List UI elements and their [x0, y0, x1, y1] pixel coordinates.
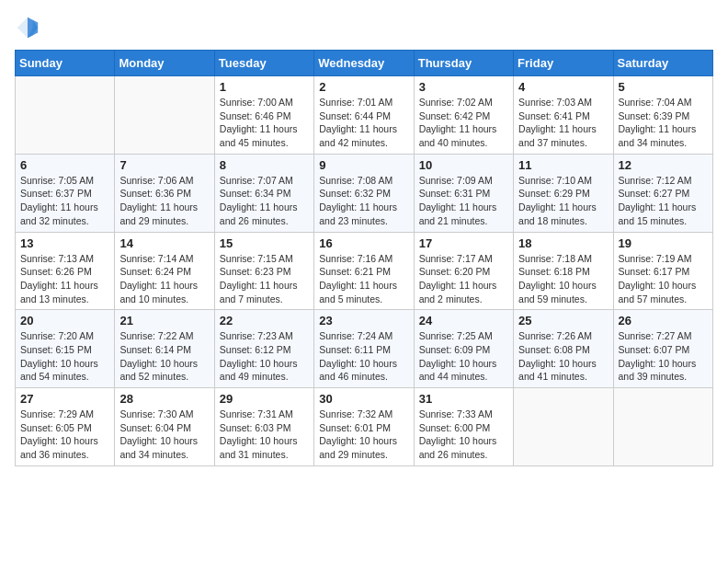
- day-number: 7: [119, 158, 209, 172]
- calendar-header-row: SundayMondayTuesdayWednesdayThursdayFrid…: [16, 51, 713, 76]
- calendar-cell: 13Sunrise: 7:13 AM Sunset: 6:26 PM Dayli…: [16, 232, 115, 310]
- calendar-cell: 31Sunrise: 7:33 AM Sunset: 6:00 PM Dayli…: [414, 388, 513, 466]
- day-number: 31: [419, 392, 508, 406]
- calendar-week-row: 27Sunrise: 7:29 AM Sunset: 6:05 PM Dayli…: [16, 388, 713, 466]
- day-info: Sunrise: 7:12 AM Sunset: 6:27 PM Dayligh…: [619, 174, 708, 228]
- calendar-cell: 23Sunrise: 7:24 AM Sunset: 6:11 PM Dayli…: [314, 310, 414, 388]
- calendar-cell: 14Sunrise: 7:14 AM Sunset: 6:24 PM Dayli…: [115, 232, 214, 310]
- day-number: 4: [518, 80, 608, 94]
- day-info: Sunrise: 7:06 AM Sunset: 6:36 PM Dayligh…: [119, 174, 209, 228]
- day-number: 19: [619, 236, 708, 250]
- calendar-week-row: 6Sunrise: 7:05 AM Sunset: 6:37 PM Daylig…: [16, 154, 713, 232]
- calendar-cell: 9Sunrise: 7:08 AM Sunset: 6:32 PM Daylig…: [314, 154, 414, 232]
- calendar-cell: 20Sunrise: 7:20 AM Sunset: 6:15 PM Dayli…: [16, 310, 115, 388]
- day-number: 13: [20, 236, 109, 250]
- calendar-header-friday: Friday: [514, 51, 613, 76]
- calendar-cell: 2Sunrise: 7:01 AM Sunset: 6:44 PM Daylig…: [314, 76, 414, 155]
- calendar-cell: 11Sunrise: 7:10 AM Sunset: 6:29 PM Dayli…: [514, 154, 613, 232]
- day-number: 10: [419, 158, 508, 172]
- calendar-cell: 5Sunrise: 7:04 AM Sunset: 6:39 PM Daylig…: [613, 76, 712, 155]
- calendar-cell: 3Sunrise: 7:02 AM Sunset: 6:42 PM Daylig…: [414, 76, 513, 155]
- logo-icon: [15, 15, 40, 40]
- calendar-cell: 7Sunrise: 7:06 AM Sunset: 6:36 PM Daylig…: [115, 154, 214, 232]
- calendar-cell: 24Sunrise: 7:25 AM Sunset: 6:09 PM Dayli…: [414, 310, 513, 388]
- calendar-cell: 12Sunrise: 7:12 AM Sunset: 6:27 PM Dayli…: [613, 154, 712, 232]
- day-number: 11: [518, 158, 608, 172]
- day-number: 28: [119, 392, 209, 406]
- calendar-cell: 25Sunrise: 7:26 AM Sunset: 6:08 PM Dayli…: [514, 310, 613, 388]
- day-number: 5: [619, 80, 708, 94]
- day-info: Sunrise: 7:22 AM Sunset: 6:14 PM Dayligh…: [119, 329, 209, 384]
- calendar-cell: 22Sunrise: 7:23 AM Sunset: 6:12 PM Dayli…: [214, 310, 313, 388]
- day-number: 17: [419, 236, 508, 250]
- day-info: Sunrise: 7:03 AM Sunset: 6:41 PM Dayligh…: [518, 96, 608, 150]
- day-number: 22: [220, 314, 309, 327]
- calendar-week-row: 20Sunrise: 7:20 AM Sunset: 6:15 PM Dayli…: [16, 310, 713, 388]
- calendar-cell: 29Sunrise: 7:31 AM Sunset: 6:03 PM Dayli…: [214, 388, 313, 466]
- day-info: Sunrise: 7:16 AM Sunset: 6:21 PM Dayligh…: [319, 252, 408, 306]
- day-number: 8: [220, 158, 309, 172]
- day-info: Sunrise: 7:08 AM Sunset: 6:32 PM Dayligh…: [319, 174, 408, 228]
- day-info: Sunrise: 7:25 AM Sunset: 6:09 PM Dayligh…: [419, 329, 508, 384]
- calendar-header-thursday: Thursday: [414, 51, 513, 76]
- day-info: Sunrise: 7:15 AM Sunset: 6:23 PM Dayligh…: [220, 252, 309, 306]
- calendar-cell: 21Sunrise: 7:22 AM Sunset: 6:14 PM Dayli…: [115, 310, 214, 388]
- day-number: 14: [119, 236, 209, 250]
- calendar-cell: [115, 76, 214, 155]
- day-info: Sunrise: 7:01 AM Sunset: 6:44 PM Dayligh…: [319, 96, 408, 150]
- day-number: 16: [319, 236, 408, 250]
- calendar-cell: 1Sunrise: 7:00 AM Sunset: 6:46 PM Daylig…: [214, 76, 313, 155]
- day-info: Sunrise: 7:33 AM Sunset: 6:00 PM Dayligh…: [419, 408, 508, 462]
- page-header: [15, 15, 713, 40]
- day-number: 21: [119, 314, 209, 327]
- calendar-cell: 16Sunrise: 7:16 AM Sunset: 6:21 PM Dayli…: [314, 232, 414, 310]
- day-number: 26: [619, 314, 708, 327]
- calendar-cell: [613, 388, 712, 466]
- day-number: 30: [319, 392, 408, 406]
- day-number: 29: [220, 392, 309, 406]
- day-info: Sunrise: 7:30 AM Sunset: 6:04 PM Dayligh…: [119, 408, 209, 462]
- calendar-header-tuesday: Tuesday: [214, 51, 313, 76]
- logo: [15, 15, 44, 40]
- day-number: 20: [20, 314, 109, 327]
- calendar-cell: 26Sunrise: 7:27 AM Sunset: 6:07 PM Dayli…: [613, 310, 712, 388]
- day-number: 12: [619, 158, 708, 172]
- day-number: 3: [419, 80, 508, 94]
- calendar-cell: 30Sunrise: 7:32 AM Sunset: 6:01 PM Dayli…: [314, 388, 414, 466]
- day-info: Sunrise: 7:24 AM Sunset: 6:11 PM Dayligh…: [319, 329, 408, 384]
- day-info: Sunrise: 7:32 AM Sunset: 6:01 PM Dayligh…: [319, 408, 408, 462]
- calendar-table: SundayMondayTuesdayWednesdayThursdayFrid…: [15, 50, 713, 466]
- calendar-cell: 28Sunrise: 7:30 AM Sunset: 6:04 PM Dayli…: [115, 388, 214, 466]
- calendar-cell: [16, 76, 115, 155]
- day-info: Sunrise: 7:19 AM Sunset: 6:17 PM Dayligh…: [619, 252, 708, 306]
- day-number: 9: [319, 158, 408, 172]
- day-info: Sunrise: 7:04 AM Sunset: 6:39 PM Dayligh…: [619, 96, 708, 150]
- day-number: 1: [220, 80, 309, 94]
- day-info: Sunrise: 7:00 AM Sunset: 6:46 PM Dayligh…: [220, 96, 309, 150]
- calendar-cell: 4Sunrise: 7:03 AM Sunset: 6:41 PM Daylig…: [514, 76, 613, 155]
- day-info: Sunrise: 7:13 AM Sunset: 6:26 PM Dayligh…: [20, 252, 109, 306]
- day-info: Sunrise: 7:23 AM Sunset: 6:12 PM Dayligh…: [220, 329, 309, 384]
- calendar-header-saturday: Saturday: [613, 51, 712, 76]
- day-number: 27: [20, 392, 109, 406]
- day-number: 25: [518, 314, 608, 327]
- day-number: 24: [419, 314, 508, 327]
- day-info: Sunrise: 7:09 AM Sunset: 6:31 PM Dayligh…: [419, 174, 508, 228]
- calendar-cell: 17Sunrise: 7:17 AM Sunset: 6:20 PM Dayli…: [414, 232, 513, 310]
- day-info: Sunrise: 7:07 AM Sunset: 6:34 PM Dayligh…: [220, 174, 309, 228]
- calendar-week-row: 1Sunrise: 7:00 AM Sunset: 6:46 PM Daylig…: [16, 76, 713, 155]
- calendar-header-wednesday: Wednesday: [314, 51, 414, 76]
- day-number: 18: [518, 236, 608, 250]
- day-number: 2: [319, 80, 408, 94]
- calendar-header-monday: Monday: [115, 51, 214, 76]
- day-info: Sunrise: 7:05 AM Sunset: 6:37 PM Dayligh…: [20, 174, 109, 228]
- calendar-week-row: 13Sunrise: 7:13 AM Sunset: 6:26 PM Dayli…: [16, 232, 713, 310]
- calendar-cell: 10Sunrise: 7:09 AM Sunset: 6:31 PM Dayli…: [414, 154, 513, 232]
- day-number: 6: [20, 158, 109, 172]
- calendar-cell: 8Sunrise: 7:07 AM Sunset: 6:34 PM Daylig…: [214, 154, 313, 232]
- day-info: Sunrise: 7:10 AM Sunset: 6:29 PM Dayligh…: [518, 174, 608, 228]
- calendar-cell: 18Sunrise: 7:18 AM Sunset: 6:18 PM Dayli…: [514, 232, 613, 310]
- calendar-cell: [514, 388, 613, 466]
- calendar-cell: 6Sunrise: 7:05 AM Sunset: 6:37 PM Daylig…: [16, 154, 115, 232]
- day-info: Sunrise: 7:27 AM Sunset: 6:07 PM Dayligh…: [619, 329, 708, 384]
